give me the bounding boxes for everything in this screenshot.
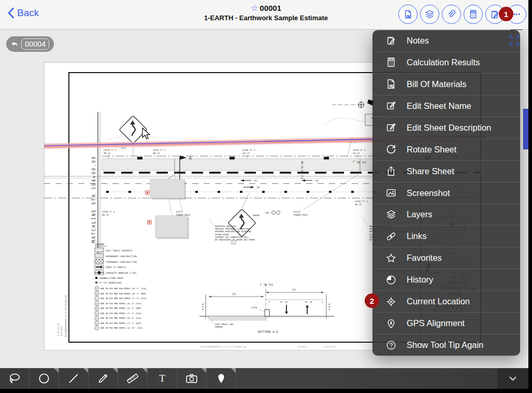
menu-item-edit-sheet-name[interactable]: Edit Sheet Name bbox=[372, 95, 520, 117]
chain-link-icon bbox=[385, 231, 397, 242]
svg-text:MATCHLINE STA 104+00.00: MATCHLINE STA 104+00.00 bbox=[92, 156, 96, 243]
menu-label: Screenshot bbox=[407, 188, 450, 198]
camera-tool[interactable] bbox=[177, 368, 207, 389]
annotation-toolbar: T bbox=[0, 368, 532, 389]
menu-label: Edit Sheet Description bbox=[407, 123, 491, 133]
svg-text:27': 27' bbox=[292, 288, 297, 291]
svg-text:SECTION A-A: SECTION A-A bbox=[257, 330, 278, 333]
doc-number: 00001 bbox=[260, 4, 281, 12]
pencil-tool[interactable] bbox=[89, 368, 118, 389]
svg-text:LPCB TY 2: LPCB TY 2 bbox=[104, 149, 117, 151]
top-nav-bar: Back ☆00001 1-EARTH - Earthwork Sample E… bbox=[0, 0, 532, 30]
svg-text:LPCB TY 2: LPCB TY 2 bbox=[355, 200, 368, 203]
calculation-results-button[interactable] bbox=[464, 5, 483, 24]
collapse-toolbar-button[interactable] bbox=[497, 368, 528, 389]
menu-item-edit-sheet-description[interactable]: Edit Sheet Description bbox=[372, 117, 520, 138]
menu-item-screenshot[interactable]: Screenshot bbox=[372, 182, 520, 204]
issue-marker[interactable] bbox=[146, 191, 149, 194]
jump-back-pill[interactable]: 00004 bbox=[6, 36, 54, 52]
svg-text:20 LF: 20 LF bbox=[242, 152, 250, 155]
svg-text:40 LF: 40 LF bbox=[104, 152, 111, 155]
paperclip-icon bbox=[446, 9, 457, 20]
edit-icon bbox=[385, 122, 397, 133]
svg-text:TEMPORARY CONSTRUCTION: TEMPORARY CONSTRUCTION bbox=[106, 261, 137, 263]
menu-item-gps-alignment[interactable]: GPS Alignment bbox=[372, 312, 520, 334]
svg-text:USC1018B0904EHTWT23.trc D:\TC: USC1018B0904EHTWT23.trc D:\TCP\TZ01402.d… bbox=[200, 346, 247, 348]
menu-item-calculation-results[interactable]: Calculation Results bbox=[372, 51, 520, 73]
svg-text:OPEN TO TRAFFIC: OPEN TO TRAFFIC bbox=[106, 266, 127, 269]
layers-icon bbox=[385, 209, 397, 220]
menu-item-layers[interactable]: Layers bbox=[372, 204, 520, 226]
location-pin-tool[interactable] bbox=[207, 368, 236, 389]
back-button[interactable]: Back bbox=[7, 7, 39, 19]
ellipse-tool[interactable] bbox=[30, 368, 59, 389]
more-badge: 1 bbox=[499, 7, 513, 21]
menu-item-bill-of-materials[interactable]: Bill Of Materials bbox=[372, 73, 520, 95]
svg-text:LPCB TY 2: LPCB TY 2 bbox=[353, 149, 366, 151]
doc-title: 1-EARTH - Earthwork Sample Estimate bbox=[204, 14, 328, 22]
menu-label: Rotate Sheet bbox=[407, 145, 456, 155]
ellipse-tool-icon bbox=[37, 372, 51, 385]
svg-text:R.O.W.: R.O.W. bbox=[202, 303, 204, 310]
menu-label: Bill Of Materials bbox=[407, 79, 467, 89]
attachments-button[interactable] bbox=[442, 5, 461, 24]
menu-item-links[interactable]: Links bbox=[372, 225, 520, 247]
svg-text:40 LF: 40 LF bbox=[153, 152, 160, 155]
menu-item-favorites[interactable]: Favorites bbox=[372, 247, 520, 269]
svg-text:PERMANENT CONSTRUCTION: PERMANENT CONSTRUCTION bbox=[106, 255, 137, 258]
menu-item-rotate-sheet[interactable]: Rotate Sheet bbox=[372, 138, 520, 160]
svg-text:TY III BARRICADE: TY III BARRICADE bbox=[99, 282, 122, 284]
menu-item-notes[interactable]: Notes bbox=[372, 30, 520, 51]
pencil-tool-icon bbox=[96, 372, 110, 385]
menu-item-share-sheet[interactable]: Share Sheet bbox=[372, 160, 520, 182]
svg-text:6/6/2013: 6/6/2013 bbox=[298, 346, 307, 348]
menu-label: Favorites bbox=[407, 253, 442, 263]
bill-of-materials-button[interactable] bbox=[398, 5, 418, 24]
layers-button[interactable] bbox=[420, 5, 439, 24]
svg-text:USC1018B0904EHTWT23.trc D:\TC: USC1018B0904EHTWT23.trc D:\TCP\TZ01402.d… bbox=[65, 295, 67, 337]
bill-of-materials-icon bbox=[385, 78, 397, 90]
svg-text:LPCB TY 2: LPCB TY 2 bbox=[242, 149, 255, 151]
location-target-icon bbox=[385, 296, 397, 307]
lasso-tool-icon bbox=[8, 372, 21, 385]
measure-tool[interactable] bbox=[118, 368, 148, 389]
edit-icon bbox=[385, 100, 397, 111]
tool-options-corner bbox=[142, 368, 147, 373]
star-icon[interactable]: ☆ bbox=[251, 4, 258, 12]
svg-text:FW 723: FW 723 bbox=[357, 161, 366, 164]
chevron-down-icon bbox=[507, 372, 519, 385]
svg-text:LPCB TY 2: LPCB TY 2 bbox=[153, 149, 166, 151]
svg-text:EXIST: EXIST bbox=[294, 210, 301, 213]
issue-marker[interactable] bbox=[148, 220, 151, 224]
svg-text:WRK ZN PAV MRK NON-REMOV (Y) 4: WRK ZN PAV MRK NON-REMOV (Y) 4" (SLD) bbox=[100, 297, 147, 300]
menu-label: Current Location bbox=[407, 297, 470, 306]
lasso-tool[interactable] bbox=[0, 368, 30, 389]
menu-label: History bbox=[407, 275, 433, 285]
text-tool[interactable]: T bbox=[148, 368, 177, 389]
photo-annotation[interactable] bbox=[150, 179, 184, 198]
line-tool[interactable] bbox=[59, 368, 89, 389]
svg-text:WRK ZN PAV MRK REMOV (Y) 4" (S: WRK ZN PAV MRK REMOV (Y) 4" (SLD) bbox=[100, 312, 141, 315]
menu-item-history[interactable]: History bbox=[372, 269, 520, 290]
svg-text:CONCRETE BARRIER (CTB): CONCRETE BARRIER (CTB) bbox=[106, 272, 137, 274]
current-location-badge: 2 bbox=[365, 293, 379, 308]
svg-text:10': 10' bbox=[254, 179, 258, 182]
rotate-icon bbox=[385, 144, 397, 155]
tool-options-corner bbox=[83, 368, 88, 373]
svg-text:DRUMS: DRUMS bbox=[253, 214, 260, 217]
svg-text:WRK ZN PAV MRK REMOV (Y) 4" (D: WRK ZN PAV MRK REMOV (Y) 4" (DOT) bbox=[100, 322, 141, 325]
expand-arrows-icon[interactable] bbox=[508, 34, 521, 47]
calculator-icon bbox=[468, 9, 479, 20]
menu-label: Show Tool Tip Again bbox=[407, 340, 483, 350]
svg-text:DBL: DBL bbox=[266, 212, 270, 214]
menu-label: Share Sheet bbox=[407, 166, 454, 176]
menu-item-current-location[interactable]: Current Location bbox=[372, 290, 520, 312]
svg-text:R.O.W.: R.O.W. bbox=[328, 303, 330, 310]
svg-text:01:49:24 AM: 01:49:24 AM bbox=[324, 346, 336, 348]
menu-item-show-tool-tip[interactable]: Show Tool Tip Again bbox=[372, 334, 520, 356]
more-menu: Notes Calculation Results Bill Of Materi… bbox=[372, 30, 520, 356]
svg-text:LPCB TY 2: LPCB TY 2 bbox=[102, 210, 115, 213]
photo-annotation[interactable] bbox=[155, 216, 188, 237]
screen-edge-right bbox=[528, 0, 532, 393]
menu-label: Links bbox=[407, 231, 427, 241]
